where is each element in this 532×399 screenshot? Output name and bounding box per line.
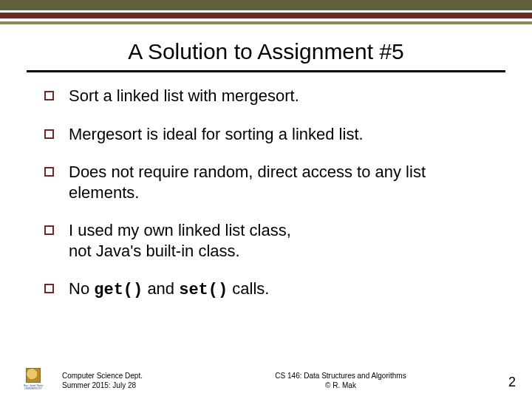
bullet-text: No get() and set() calls. <box>69 279 495 301</box>
bullet-suffix: calls. <box>228 279 269 298</box>
code-set: set() <box>179 281 228 299</box>
bullet-list: Sort a linked list with mergesort. Merge… <box>44 86 495 301</box>
list-item: Sort a linked list with mergesort. <box>44 86 495 106</box>
bullet-box-icon <box>44 167 54 177</box>
bullet-text: Does not require random, direct access t… <box>69 162 495 202</box>
bullet-line-1: I used my own linked list class, <box>69 221 291 239</box>
bullet-text: Mergesort is ideal for sorting a linked … <box>69 124 495 145</box>
bullet-text: Sort a linked list with mergesort. <box>69 86 495 106</box>
bullet-line-2: not Java's built-in class. <box>69 242 240 260</box>
code-get: get() <box>94 281 143 299</box>
decorative-top-bars <box>0 0 532 24</box>
bullet-box-icon <box>44 284 54 293</box>
title-container: A Solution to Assignment #5 <box>27 39 505 72</box>
bar-olive-thin <box>0 21 532 24</box>
footer-course: CS 146: Data Structures and Algorithms <box>188 372 494 381</box>
footer-author: © R. Mak <box>188 381 494 391</box>
slide-title: A Solution to Assignment #5 <box>27 39 505 64</box>
footer-term: Summer 2015: July 28 <box>62 381 188 391</box>
slide-footer: San José State UNIVERSITY Computer Scien… <box>0 368 532 390</box>
university-logo: San José State UNIVERSITY <box>22 368 44 390</box>
list-item: I used my own linked list class, not Jav… <box>44 220 495 261</box>
footer-center: CS 146: Data Structures and Algorithms ©… <box>188 372 494 390</box>
slide-body: Sort a linked list with mergesort. Merge… <box>44 86 495 301</box>
slide: A Solution to Assignment #5 Sort a linke… <box>0 0 532 399</box>
bar-maroon <box>0 13 532 18</box>
list-item: Mergesort is ideal for sorting a linked … <box>44 124 495 145</box>
list-item: Does not require random, direct access t… <box>44 162 495 202</box>
bullet-box-icon <box>44 129 54 139</box>
bullet-box-icon <box>44 91 54 100</box>
bar-olive <box>0 0 532 10</box>
footer-left: Computer Science Dept. Summer 2015: July… <box>62 372 188 390</box>
page-number: 2 <box>494 375 516 390</box>
logo-sub: UNIVERSITY <box>24 387 42 390</box>
bullet-text: I used my own linked list class, not Jav… <box>69 220 495 261</box>
bullet-prefix: No <box>69 279 94 298</box>
footer-dept: Computer Science Dept. <box>62 372 188 381</box>
logo-icon <box>26 368 41 383</box>
bullet-box-icon <box>44 225 54 235</box>
bullet-mid: and <box>143 279 179 298</box>
list-item: No get() and set() calls. <box>44 279 495 301</box>
